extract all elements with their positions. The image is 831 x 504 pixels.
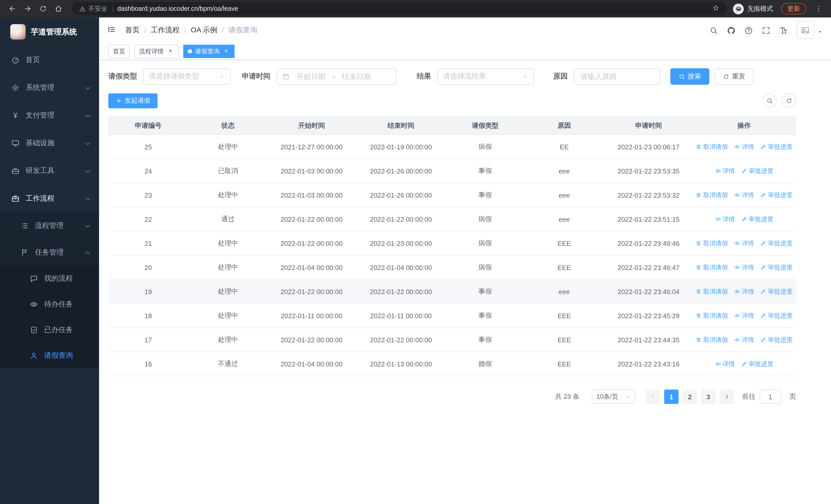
breadcrumb-item[interactable]: 首页 xyxy=(125,26,140,35)
page-number-3[interactable]: 3 xyxy=(701,390,716,404)
github-link[interactable] xyxy=(727,26,736,35)
start-date-input[interactable] xyxy=(292,72,329,81)
progress-action-link[interactable]: 审批进度 xyxy=(761,311,793,320)
tab-close-icon[interactable]: × xyxy=(223,48,230,55)
browser-toolbar: 不安全 dashboard.yudao.iocoder.cn/bpm/oa/le… xyxy=(0,0,831,18)
progress-action-link[interactable]: 审批进度 xyxy=(741,167,774,175)
breadcrumb-item[interactable]: OA 示例 xyxy=(191,26,218,35)
progress-action-link[interactable]: 审批进度 xyxy=(741,215,774,224)
address-bar[interactable]: 不安全 dashboard.yudao.iocoder.cn/bpm/oa/le… xyxy=(72,2,727,16)
url-text[interactable]: dashboard.yudao.iocoder.cn/bpm/oa/leave xyxy=(117,5,238,12)
sidebar-item-workflow[interactable]: 工作流程 xyxy=(0,185,99,212)
detail-action-link[interactable]: 详情 xyxy=(715,215,735,224)
detail-action-link[interactable]: 详情 xyxy=(734,239,754,248)
leave-type-select[interactable]: 请选择请假类型 xyxy=(143,68,230,85)
cancel-action-link[interactable]: 取消请假 xyxy=(696,311,728,320)
detail-action-link[interactable]: 详情 xyxy=(715,359,735,368)
progress-action-link[interactable]: 审批进度 xyxy=(761,239,793,248)
chevron-down-icon xyxy=(625,394,631,400)
cancel-action-link[interactable]: 取消请假 xyxy=(696,142,728,151)
sidebar-item-task-mgmt[interactable]: 任务管理 xyxy=(0,239,99,266)
next-page-button[interactable] xyxy=(720,390,734,404)
reason-input[interactable] xyxy=(574,68,660,85)
tags-view-bar: 首页流程详情×请假查询× xyxy=(99,43,831,60)
create-leave-button[interactable]: 发起请假 xyxy=(108,93,157,108)
detail-action-link[interactable]: 详情 xyxy=(734,263,754,272)
sidebar-item-dev-tools[interactable]: 研发工具 xyxy=(0,157,99,185)
user-avatar[interactable] xyxy=(797,22,814,39)
sidebar-item-infrastructure[interactable]: 基础设施 xyxy=(0,129,99,157)
page-number-2[interactable]: 2 xyxy=(683,390,697,404)
browser-update-button[interactable]: 更新 xyxy=(781,3,806,14)
table-row: 20处理中2022-01-04 00:00:002022-01-04 00:00… xyxy=(108,256,796,280)
progress-action-link[interactable]: 审批进度 xyxy=(761,263,793,272)
page-number-1[interactable]: 1 xyxy=(664,390,679,404)
cell-reason: EEE xyxy=(524,239,605,247)
sidebar-item-payment-mgmt[interactable]: 支付管理 xyxy=(0,101,99,129)
star-icon xyxy=(712,4,720,12)
cancel-action-link[interactable]: 取消请假 xyxy=(696,263,728,272)
sidebar-collapse-button[interactable] xyxy=(107,25,116,36)
help-button[interactable] xyxy=(744,26,753,35)
cell-apply-time: 2022-01-22 23:44:35 xyxy=(605,336,692,344)
browser-forward-button[interactable] xyxy=(21,2,35,16)
progress-action-link[interactable]: 审批进度 xyxy=(761,191,793,199)
sidebar-item-my-process[interactable]: 我的流程 xyxy=(0,266,99,292)
browser-back-button[interactable] xyxy=(5,2,20,16)
tab-home[interactable]: 首页 xyxy=(108,45,130,58)
sidebar-item-done-tasks[interactable]: 已办任务 xyxy=(0,317,99,343)
cell-apply-time: 2022-01-22 23:51:15 xyxy=(605,215,692,223)
security-status[interactable]: 不安全 xyxy=(79,4,108,13)
user-menu-caret[interactable] xyxy=(818,27,823,36)
detail-action-link[interactable]: 详情 xyxy=(734,287,754,296)
browser-menu-button[interactable] xyxy=(811,2,826,16)
fullscreen-button[interactable] xyxy=(762,26,770,35)
trash-icon xyxy=(696,313,702,319)
reset-button[interactable]: 重置 xyxy=(715,68,753,85)
end-date-input[interactable] xyxy=(338,72,375,81)
header-search-button[interactable] xyxy=(709,26,718,35)
sidebar-item-todo-tasks[interactable]: 待办任务 xyxy=(0,292,99,317)
cancel-action-link[interactable]: 取消请假 xyxy=(696,191,728,199)
tab-process-detail[interactable]: 流程详情× xyxy=(135,45,179,58)
cell-apply-id: 20 xyxy=(108,264,188,271)
app-logo[interactable]: 芋道管理系统 xyxy=(0,18,99,46)
browser-reload-button[interactable] xyxy=(36,2,50,16)
detail-action-link[interactable]: 详情 xyxy=(734,335,754,344)
progress-action-link[interactable]: 审批进度 xyxy=(761,335,793,344)
cancel-action-link[interactable]: 取消请假 xyxy=(696,335,728,344)
eye-icon xyxy=(734,264,740,270)
result-select[interactable]: 请选择流结果 xyxy=(437,68,534,85)
goto-page-input[interactable] xyxy=(760,390,781,404)
bookmark-star-icon[interactable] xyxy=(712,4,720,13)
breadcrumb-item[interactable]: 工作流程 xyxy=(151,26,180,35)
sidebar-item-leave-query[interactable]: 请假查询 xyxy=(0,343,99,368)
cell-reason: eee xyxy=(524,215,605,223)
detail-action-link[interactable]: 详情 xyxy=(734,142,754,151)
table-search-toggle-button[interactable] xyxy=(762,93,777,108)
sidebar-item-process-mgmt[interactable]: 流程管理 xyxy=(0,212,99,239)
calendar-icon xyxy=(282,73,289,80)
progress-action-link[interactable]: 审批进度 xyxy=(761,142,793,151)
navbar-actions xyxy=(709,22,823,39)
tab-close-icon[interactable]: × xyxy=(167,48,174,55)
search-button[interactable]: 搜索 xyxy=(670,68,709,85)
sidebar-item-home[interactable]: 首页 xyxy=(0,46,99,74)
tab-leave-query[interactable]: 请假查询× xyxy=(183,45,235,58)
browser-home-button[interactable] xyxy=(51,2,66,16)
progress-action-link[interactable]: 审批进度 xyxy=(741,359,774,368)
prev-page-button[interactable] xyxy=(646,390,660,404)
cancel-action-link[interactable]: 取消请假 xyxy=(696,239,728,248)
detail-action-link[interactable]: 详情 xyxy=(715,167,735,175)
progress-action-link[interactable]: 审批进度 xyxy=(761,287,793,296)
cancel-action-link[interactable]: 取消请假 xyxy=(696,287,728,296)
detail-action-link[interactable]: 详情 xyxy=(734,311,754,320)
sidebar-item-system-mgmt[interactable]: 系统管理 xyxy=(0,74,99,101)
page-size-select[interactable]: 10条/页 xyxy=(592,390,635,404)
font-size-button[interactable] xyxy=(779,26,788,35)
detail-action-link[interactable]: 详情 xyxy=(734,191,754,199)
table-row: 17处理中2022-01-22 00:00:002022-01-22 00:00… xyxy=(108,328,796,352)
cell-end-time: 2022-01-26 00:00:00 xyxy=(355,191,447,199)
apply-time-range-picker[interactable]: - xyxy=(277,68,396,85)
table-refresh-button[interactable] xyxy=(782,93,796,108)
